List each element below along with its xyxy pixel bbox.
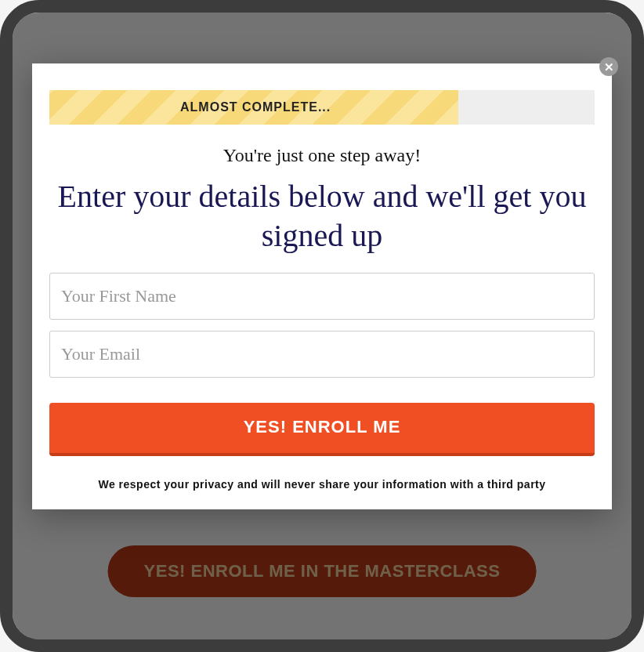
signup-modal: ✕ ALMOST COMPLETE... You're just one ste…	[32, 63, 612, 509]
progress-bar-label: ALMOST COMPLETE...	[180, 90, 595, 125]
privacy-text: We respect your privacy and will never s…	[49, 478, 595, 491]
modal-headline: Enter your details below and we'll get y…	[49, 177, 595, 255]
device-frame: ipsum dolor sit amet elemen sociis. Soci…	[0, 0, 644, 652]
email-input[interactable]	[49, 331, 595, 378]
submit-button[interactable]: YES! ENROLL ME	[49, 403, 595, 456]
close-icon[interactable]: ✕	[599, 57, 618, 76]
modal-subhead: You're just one step away!	[49, 145, 595, 166]
first-name-input[interactable]	[49, 273, 595, 320]
progress-bar: ALMOST COMPLETE...	[49, 90, 595, 125]
